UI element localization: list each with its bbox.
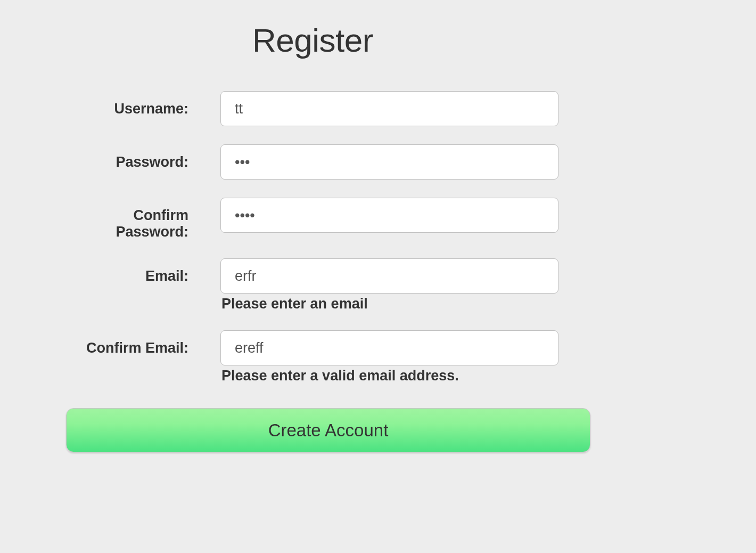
- confirm-password-input-col: [220, 198, 590, 233]
- username-input[interactable]: [220, 91, 558, 126]
- create-account-button[interactable]: Create Account: [66, 408, 590, 452]
- email-error: Please enter an email: [220, 296, 590, 312]
- confirm-password-input[interactable]: [220, 198, 558, 233]
- email-input[interactable]: [220, 258, 558, 294]
- username-label: Username:: [66, 91, 220, 117]
- username-input-col: [220, 91, 590, 126]
- confirm-email-input-col: Please enter a valid email address.: [220, 330, 590, 384]
- email-row: Email: Please enter an email: [66, 258, 590, 312]
- confirm-email-row: Confirm Email: Please enter a valid emai…: [66, 330, 590, 384]
- username-row: Username:: [66, 91, 590, 126]
- confirm-email-error: Please enter a valid email address.: [220, 368, 590, 384]
- submit-row: Create Account: [66, 408, 590, 452]
- password-input[interactable]: [220, 144, 558, 180]
- register-form: Register Username: Password: Confirm Pas…: [66, 21, 590, 452]
- password-label: Password:: [66, 144, 220, 170]
- password-input-col: [220, 144, 590, 180]
- email-input-col: Please enter an email: [220, 258, 590, 312]
- email-label: Email:: [66, 258, 220, 284]
- confirm-password-row: Confirm Password:: [66, 198, 590, 240]
- confirm-email-input[interactable]: [220, 330, 558, 365]
- page-title: Register: [252, 21, 590, 59]
- password-row: Password:: [66, 144, 590, 180]
- confirm-email-label: Confirm Email:: [66, 330, 220, 356]
- confirm-password-label: Confirm Password:: [66, 198, 220, 240]
